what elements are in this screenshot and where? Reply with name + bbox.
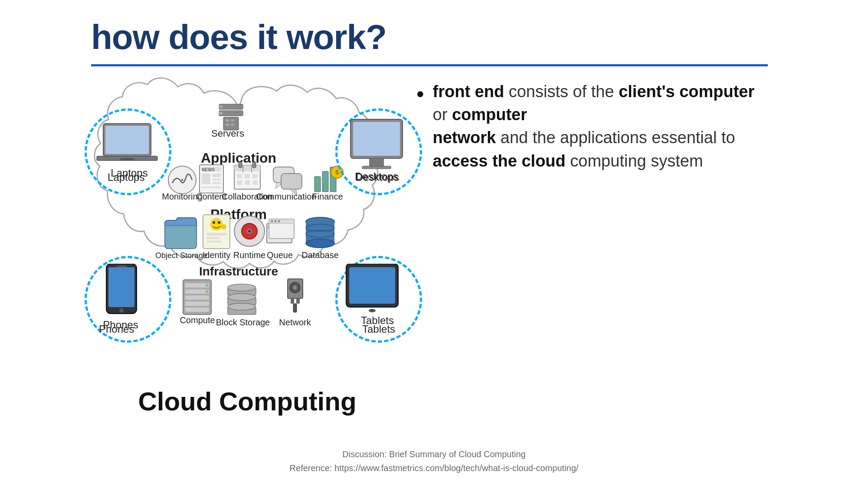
- svg-point-77: [228, 303, 255, 310]
- svg-rect-1: [219, 105, 223, 108]
- bullet-point: • front end consists of the client's com…: [416, 80, 772, 173]
- svg-rect-14: [213, 174, 221, 177]
- svg-rect-8: [231, 124, 234, 126]
- svg-rect-68: [185, 301, 209, 306]
- svg-rect-16: [213, 182, 221, 184]
- object-storage-label: Object Storage: [155, 251, 207, 260]
- svg-rect-89: [353, 122, 400, 156]
- laptops-text: Laptops: [108, 171, 144, 183]
- svg-rect-80: [296, 298, 300, 304]
- svg-rect-91: [362, 166, 391, 169]
- svg-point-43: [218, 221, 220, 224]
- svg-rect-15: [213, 179, 221, 180]
- block-storage-label: Block Storage: [216, 318, 270, 327]
- svg-point-76: [228, 294, 255, 301]
- svg-point-47: [222, 225, 226, 229]
- svg-rect-35: [314, 177, 321, 192]
- svg-rect-69: [185, 308, 209, 312]
- svg-rect-5: [226, 119, 229, 121]
- desktops-text: Desktops: [356, 171, 399, 183]
- svg-rect-97: [349, 267, 395, 304]
- svg-point-82: [293, 285, 297, 290]
- database-label: Database: [301, 250, 339, 260]
- svg-rect-46: [206, 241, 222, 242]
- bullet-text: front end consists of the client's compu…: [433, 80, 772, 173]
- svg-rect-95: [116, 265, 127, 267]
- svg-rect-27: [245, 180, 250, 185]
- svg-point-58: [278, 220, 280, 223]
- svg-rect-17: [202, 187, 221, 188]
- runtime-label: Runtime: [233, 250, 265, 260]
- phones-icon: [104, 264, 139, 320]
- svg-rect-93: [108, 267, 134, 307]
- svg-rect-0: [219, 104, 243, 109]
- network-label: Network: [279, 318, 311, 327]
- communication-label: Communication: [256, 192, 317, 201]
- svg-point-51: [248, 230, 251, 233]
- infrastructure-label: Infrastructure: [199, 265, 278, 278]
- svg-rect-28: [252, 180, 258, 185]
- svg-rect-90: [369, 158, 384, 166]
- servers-label: Servers: [211, 128, 244, 139]
- cloud-computing-label: Cloud Computing: [69, 386, 425, 416]
- svg-point-99: [369, 309, 376, 312]
- svg-rect-67: [185, 295, 209, 300]
- desktops-icon: [344, 117, 409, 174]
- identity-label: Identity: [203, 250, 230, 260]
- svg-rect-29: [239, 162, 242, 168]
- svg-rect-85: [105, 126, 149, 154]
- svg-rect-79: [291, 298, 294, 304]
- svg-rect-26: [237, 180, 242, 185]
- svg-rect-45: [206, 237, 219, 239]
- svg-rect-2: [219, 111, 243, 116]
- svg-rect-30: [252, 162, 256, 168]
- svg-rect-66: [185, 289, 209, 294]
- svg-point-71: [206, 290, 208, 293]
- svg-rect-36: [322, 171, 328, 192]
- svg-rect-6: [231, 119, 234, 121]
- laptops-icon: [95, 119, 160, 171]
- footer: Discussion: Brief Summary of Cloud Compu…: [0, 447, 868, 475]
- svg-point-61: [306, 239, 334, 248]
- svg-rect-3: [219, 112, 223, 115]
- page-title: how does it work?: [91, 17, 387, 57]
- svg-point-57: [275, 220, 277, 223]
- bullet-dot: •: [416, 82, 424, 106]
- svg-rect-25: [252, 174, 258, 178]
- svg-rect-24: [245, 174, 250, 178]
- svg-point-87: [119, 158, 135, 160]
- svg-text:NEWS: NEWS: [202, 167, 215, 172]
- svg-point-10: [181, 179, 183, 181]
- title-underline: [91, 64, 768, 66]
- svg-rect-44: [206, 233, 226, 236]
- phones-text: Phones: [99, 323, 134, 335]
- svg-point-42: [213, 221, 215, 224]
- svg-rect-7: [226, 124, 229, 126]
- footer-line1: Discussion: Brief Summary of Cloud Compu…: [0, 447, 868, 461]
- finance-label: Finance: [312, 192, 343, 201]
- right-text-area: • front end consists of the client's com…: [416, 80, 772, 173]
- svg-point-75: [228, 284, 255, 291]
- svg-rect-33: [281, 174, 302, 189]
- footer-line2: Reference: https://www.fastmetrics.com/b…: [0, 461, 868, 475]
- svg-rect-83: [293, 304, 297, 312]
- svg-text:$: $: [335, 169, 339, 176]
- svg-rect-23: [237, 174, 242, 178]
- svg-point-56: [271, 220, 273, 223]
- svg-rect-20: [234, 165, 260, 171]
- compute-label: Compute: [180, 315, 215, 325]
- svg-rect-13: [202, 174, 210, 184]
- svg-rect-65: [185, 283, 209, 288]
- svg-point-41: [210, 218, 223, 230]
- tablets-text: Tablets: [362, 323, 395, 335]
- tablets-icon: [344, 264, 400, 318]
- svg-point-94: [119, 308, 124, 313]
- queue-label: Queue: [267, 250, 293, 260]
- svg-point-70: [206, 284, 208, 287]
